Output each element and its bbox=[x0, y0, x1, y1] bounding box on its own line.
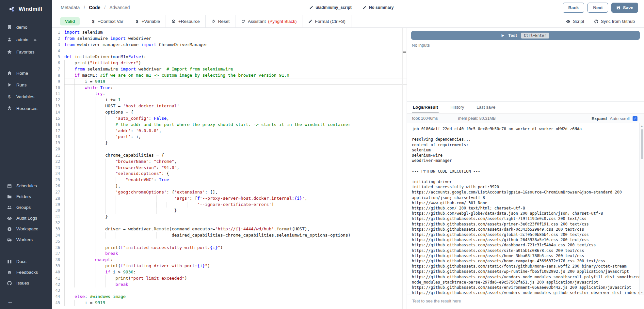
code-line: 24 "selenoid:options": { bbox=[52, 171, 407, 177]
scrollbar-thumb[interactable] bbox=[641, 129, 643, 159]
code-line: 41 print("port limit exceeded") bbox=[52, 275, 407, 282]
sidebar-item-label: Workspace bbox=[16, 226, 38, 231]
script-path-edit[interactable]: u/admin/my_script bbox=[309, 5, 351, 10]
toolbar-button-format[interactable]: Format (Ctrl+S) bbox=[302, 15, 351, 27]
floppy-icon bbox=[616, 6, 620, 10]
line-number: 30 bbox=[52, 208, 64, 214]
sidebar-item-favorites[interactable]: Favorites bbox=[0, 46, 52, 58]
sidebar-item-feedbacks[interactable]: Feedbacks bbox=[0, 267, 52, 278]
code-line: 2from seleniumwire import webdriver bbox=[52, 36, 407, 42]
tab-history[interactable]: History bbox=[450, 101, 465, 113]
sidebar-item-label: Resources bbox=[16, 106, 38, 111]
line-number: 26 bbox=[52, 183, 64, 189]
scroll-up-icon[interactable]: ▲ bbox=[641, 123, 643, 128]
code-line: 37 break bbox=[52, 251, 407, 257]
sidebar-item-groups[interactable]: Groups bbox=[0, 202, 52, 213]
line-number: 32 bbox=[52, 220, 64, 226]
sidebar-item-home[interactable]: Home bbox=[0, 67, 52, 79]
code-line: 33 driver = webdriver.Remote(command_exe… bbox=[52, 226, 407, 232]
test-button[interactable]: ▶ Test Ctrl+Enter bbox=[411, 31, 640, 40]
breadcrumb: Metadata / Code / Advanced bbox=[61, 5, 130, 10]
line-number: 35 bbox=[52, 239, 64, 245]
log-line bbox=[412, 131, 637, 137]
line-number: 13 bbox=[52, 103, 64, 109]
code-line-content: } bbox=[64, 140, 407, 146]
sidebar-item-label: Workers bbox=[16, 237, 33, 242]
script-preview-button[interactable]: Script bbox=[566, 19, 584, 24]
sidebar-item-issues[interactable]: Issues bbox=[0, 278, 52, 288]
code-line-content: # the addr and the port where the proxy … bbox=[64, 122, 407, 128]
code-line-content: 'goog:chromeOptions': {'extensions': [], bbox=[64, 189, 407, 195]
pencil-icon bbox=[309, 6, 313, 9]
toolbar-button-label: +Resource bbox=[178, 19, 200, 24]
tab-metadata[interactable]: Metadata bbox=[61, 5, 80, 10]
sidebar-item-resources[interactable]: Resources bbox=[0, 102, 52, 114]
collapse-sidebar-icon[interactable]: ← bbox=[7, 298, 13, 305]
code-line: 36 print(f"initiated successfully with p… bbox=[52, 245, 407, 251]
scroll-down-icon[interactable]: ▼ bbox=[641, 290, 643, 295]
sync-from-github-button[interactable]: Sync from Github bbox=[594, 19, 635, 24]
sidebar-item-user-admin[interactable]: admin bbox=[0, 33, 52, 46]
code-line: 11 try: bbox=[52, 91, 407, 97]
code-line-content: except: bbox=[64, 257, 407, 263]
line-number: 1 bbox=[52, 29, 64, 36]
save-button[interactable]: Save bbox=[611, 3, 638, 13]
toolbar-button-variable[interactable]: $+Variable bbox=[129, 15, 166, 27]
sidebar-item-variables[interactable]: $Variables bbox=[0, 91, 52, 102]
scrollbar-track[interactable] bbox=[640, 128, 644, 290]
sidebar-item-docs[interactable]: Docs bbox=[0, 256, 52, 267]
code-line: 35 bbox=[52, 239, 407, 245]
run-stats-bar: took 10046ms mem peak: 80.31MB Expand Au… bbox=[407, 114, 644, 123]
code-line: 7 from seleniumwire import webdriver # I… bbox=[52, 66, 407, 72]
code-line: 23 "browserVersion": "91.0", bbox=[52, 165, 407, 171]
next-button[interactable]: Next bbox=[588, 3, 608, 13]
sidebar-item-workspace[interactable]: Workspace bbox=[0, 224, 52, 234]
tab-advanced[interactable]: Advanced bbox=[109, 5, 130, 10]
toolbar-button-reset[interactable]: Reset bbox=[205, 15, 235, 27]
log-output[interactable]: job 01864aff-22dd-cf40-f0c5-0ec8e9b50c70… bbox=[407, 123, 639, 295]
toolbar-button-resource[interactable]: +Resource bbox=[166, 15, 205, 27]
house-icon bbox=[7, 70, 12, 76]
line-number: 5 bbox=[52, 54, 64, 60]
sidebar-item-schedules[interactable]: Schedules bbox=[0, 180, 52, 191]
sidebar-item-folders[interactable]: Folders bbox=[0, 191, 52, 202]
toolbar-button-assistant[interactable]: Assistant (Pyright Black) bbox=[235, 15, 302, 27]
line-number: 2 bbox=[52, 36, 64, 42]
tab-logs-result[interactable]: Logs/Result bbox=[412, 101, 439, 113]
script-path: u/admin/my_script bbox=[315, 5, 351, 10]
code-line-content: break bbox=[64, 282, 407, 288]
eye-icon bbox=[566, 19, 571, 24]
editor-overview-ruler[interactable] bbox=[402, 28, 407, 309]
code-editor[interactable]: 1import selenium2from seleniumwire impor… bbox=[52, 28, 407, 309]
sidebar-groups: demoadminFavoritesHomeRuns$VariablesReso… bbox=[0, 18, 52, 288]
sidebar-item-runs[interactable]: Runs bbox=[0, 79, 52, 91]
autoscroll-checkbox[interactable]: ✓ bbox=[633, 116, 637, 121]
toolbar-buttons: $+Context Var$+Variable+ResourceResetAss… bbox=[85, 15, 351, 27]
logs-scrollbar[interactable]: ▲ ▼ bbox=[639, 123, 644, 295]
code-line: 27 'goog:chromeOptions': {'extensions': … bbox=[52, 189, 407, 195]
toolbar-button-label: Format (Ctrl+S) bbox=[315, 19, 345, 24]
code-line: 42 break bbox=[52, 282, 407, 288]
expand-logs-button[interactable]: Expand bbox=[591, 116, 607, 121]
sync-from-github-label: Sync from Github bbox=[601, 19, 635, 24]
line-number: 6 bbox=[52, 60, 64, 66]
tab-code[interactable]: Code bbox=[89, 5, 100, 10]
code-line-content: } bbox=[64, 208, 407, 214]
sidebar-item-label: Favorites bbox=[16, 50, 35, 54]
code-line: 26 }, bbox=[52, 183, 407, 189]
result-placeholder: Test to see the result here bbox=[407, 295, 644, 309]
line-number: 25 bbox=[52, 177, 64, 183]
log-line: https://github.githubassets.com/assets/v… bbox=[412, 274, 637, 280]
sidebar-item-workspace-demo[interactable]: demo bbox=[0, 21, 52, 33]
tab-last-save[interactable]: Last save bbox=[476, 101, 496, 113]
sidebar-item-workers[interactable]: Workers bbox=[0, 234, 52, 245]
code-line: 16 # the addr and the port where the pro… bbox=[52, 122, 407, 128]
script-summary-edit[interactable]: No summary bbox=[363, 5, 394, 10]
toolbar-button-context-var[interactable]: $+Context Var bbox=[85, 15, 129, 27]
code-line: 39 print(f"initiating driver with port:{… bbox=[52, 263, 407, 269]
back-button[interactable]: Back bbox=[563, 3, 584, 13]
sidebar-item-audit-logs[interactable]: Audit Logs bbox=[0, 213, 52, 224]
line-number: 18 bbox=[52, 134, 64, 140]
toolbar-button-label: Assistant bbox=[248, 19, 266, 24]
test-label: Test bbox=[508, 33, 517, 38]
